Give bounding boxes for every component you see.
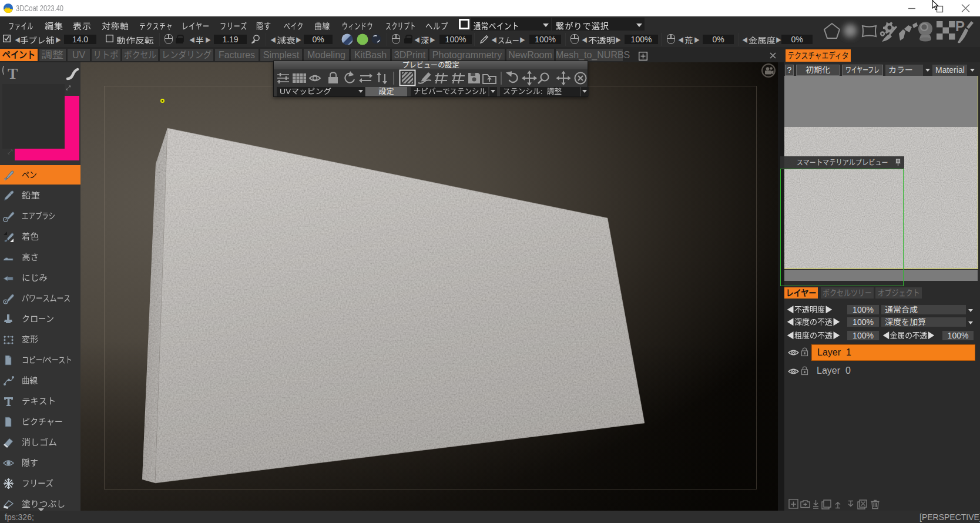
svg-text:P: P [955,19,965,34]
svg-text:T: T [8,65,18,82]
